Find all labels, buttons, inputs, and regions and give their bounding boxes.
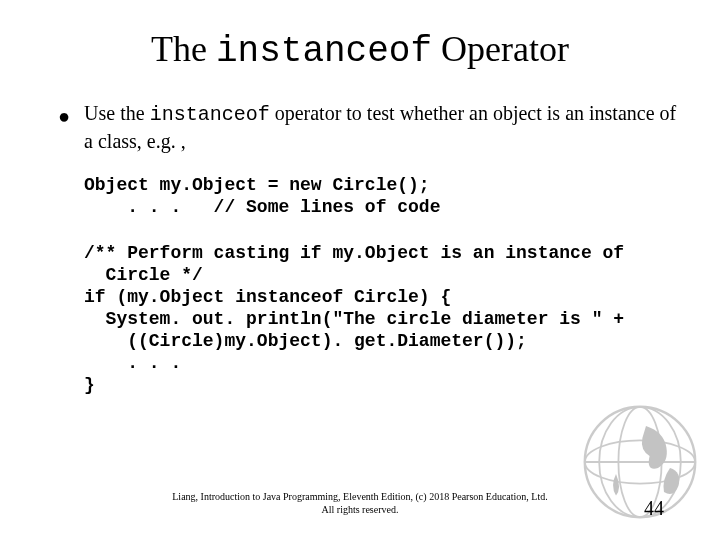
- footer-line-2: All rights reserved.: [0, 503, 720, 516]
- svg-point-1: [585, 440, 695, 483]
- bullet-item: ● Use the instanceof operator to test wh…: [58, 100, 680, 154]
- bullet-mono: instanceof: [150, 103, 270, 126]
- footer-line-1: Liang, Introduction to Java Programming,…: [0, 490, 720, 503]
- footer: Liang, Introduction to Java Programming,…: [0, 490, 720, 516]
- code-block-2: /** Perform casting if my.Object is an i…: [84, 242, 660, 396]
- title-pre: The: [151, 29, 216, 69]
- code-block-1: Object my.Object = new Circle(); . . . /…: [84, 174, 660, 218]
- title-mono: instanceof: [216, 31, 432, 72]
- page-number: 44: [644, 497, 664, 520]
- bullet-dot-icon: ●: [58, 102, 70, 130]
- bullet-text: Use the instanceof operator to test whet…: [84, 100, 680, 154]
- slide-title: The instanceof Operator: [40, 28, 680, 72]
- title-post: Operator: [432, 29, 569, 69]
- bullet-pre: Use the: [84, 102, 150, 124]
- slide: The instanceof Operator ● Use the instan…: [0, 0, 720, 540]
